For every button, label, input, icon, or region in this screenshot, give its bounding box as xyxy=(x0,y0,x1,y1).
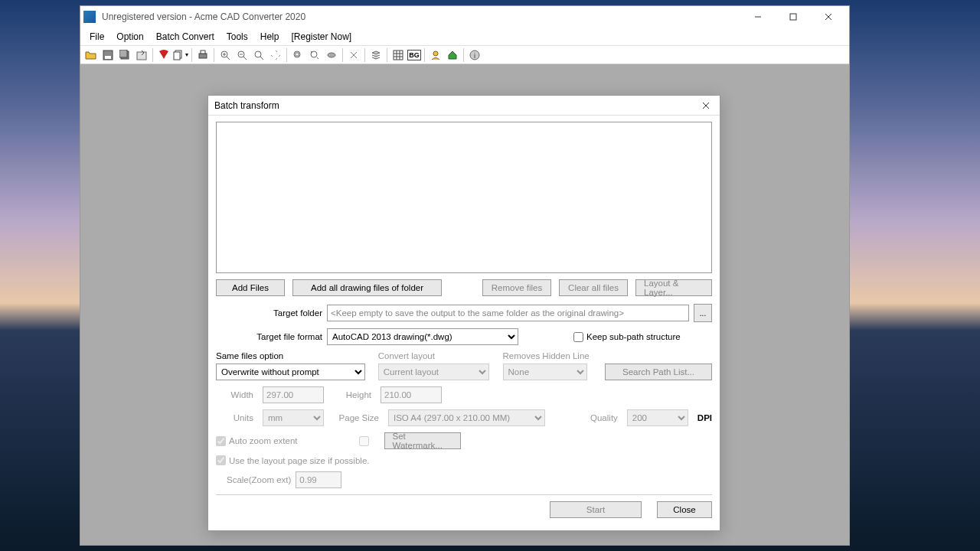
svg-rect-10 xyxy=(174,52,180,60)
browse-button[interactable]: ... xyxy=(694,304,712,322)
height-input xyxy=(381,386,442,403)
add-files-button[interactable]: Add Files xyxy=(216,279,285,296)
dpi-label: DPI xyxy=(697,413,712,422)
convert-layout-select: Current layout xyxy=(378,364,489,380)
svg-rect-1 xyxy=(790,14,796,20)
close-button[interactable]: Close xyxy=(657,501,712,518)
pdf-icon[interactable] xyxy=(156,47,172,63)
convert-layout-label: Convert layout xyxy=(378,351,491,360)
user-icon[interactable] xyxy=(428,47,443,63)
grid-icon[interactable] xyxy=(390,47,406,63)
app-icon xyxy=(83,11,96,23)
scale-input xyxy=(296,471,341,488)
zoom-fit-icon[interactable] xyxy=(251,47,266,63)
close-button[interactable] xyxy=(811,6,846,28)
svg-point-20 xyxy=(255,51,261,57)
target-format-label: Target file format xyxy=(216,332,322,341)
export-icon[interactable] xyxy=(134,47,149,63)
width-label: Width xyxy=(216,390,253,399)
menu-batch-convert[interactable]: Batch Convert xyxy=(150,30,220,44)
start-button[interactable]: Start xyxy=(550,501,642,518)
quality-select: 200 xyxy=(627,409,688,426)
removes-hidden-select: None xyxy=(503,364,587,380)
zoom-in-icon[interactable] xyxy=(217,47,233,63)
dialog-titlebar: Batch transform xyxy=(208,96,720,116)
divider xyxy=(216,494,712,495)
same-files-select[interactable]: Overwrite without prompt xyxy=(216,364,365,380)
separator-icon xyxy=(286,48,287,62)
menu-register[interactable]: [Register Now] xyxy=(285,30,358,44)
menubar: File Option Batch Convert Tools Help [Re… xyxy=(80,28,849,46)
clear-all-button[interactable]: Clear all files xyxy=(559,279,628,296)
titlebar: Unregistered version - Acme CAD Converte… xyxy=(80,6,849,28)
tool-icon[interactable] xyxy=(346,47,361,63)
separator-icon xyxy=(191,48,192,62)
pan-icon[interactable] xyxy=(268,47,283,63)
menu-option[interactable]: Option xyxy=(110,30,149,44)
svg-rect-8 xyxy=(137,52,146,60)
units-label: Units xyxy=(216,413,253,422)
page-size-select: ISO A4 (297.00 x 210.00 MM) xyxy=(388,409,545,426)
separator-icon xyxy=(424,48,425,62)
file-list[interactable] xyxy=(216,122,712,273)
home-icon[interactable] xyxy=(445,47,460,63)
dialog-title: Batch transform xyxy=(214,100,698,111)
separator-icon xyxy=(152,48,153,62)
svg-line-21 xyxy=(260,57,263,60)
width-input xyxy=(263,386,324,403)
target-folder-input[interactable] xyxy=(327,305,689,321)
target-format-select[interactable]: AutoCAD 2013 drawing(*.dwg) xyxy=(327,328,518,345)
svg-rect-5 xyxy=(105,56,111,59)
window-controls xyxy=(740,6,846,28)
dialog-close-button[interactable] xyxy=(698,98,714,113)
remove-files-button[interactable]: Remove files xyxy=(482,279,551,296)
minimize-button[interactable] xyxy=(740,6,776,28)
save-all-icon[interactable] xyxy=(117,47,132,63)
menu-file[interactable]: File xyxy=(83,30,110,44)
layout-layer-button[interactable]: Layout & Layer... xyxy=(635,279,712,296)
copy-icon[interactable]: ▾ xyxy=(173,47,188,63)
set-watermark-button[interactable]: Set Watermark... xyxy=(384,432,461,449)
dialog-body: Add Files Add all drawing files of folde… xyxy=(208,116,720,530)
separator-icon xyxy=(387,48,387,62)
menu-tools[interactable]: Tools xyxy=(220,30,254,44)
window-title: Unregistered version - Acme CAD Converte… xyxy=(102,11,740,22)
svg-rect-23 xyxy=(296,53,299,56)
svg-point-22 xyxy=(294,51,300,57)
add-folder-button[interactable]: Add all drawing files of folder xyxy=(292,279,442,296)
layers-icon[interactable] xyxy=(368,47,384,63)
height-label: Height xyxy=(333,390,371,399)
scale-label: Scale(Zoom ext) xyxy=(227,475,291,484)
target-folder-label: Target folder xyxy=(216,308,322,318)
svg-rect-7 xyxy=(119,50,127,57)
svg-line-14 xyxy=(227,57,230,60)
menu-help[interactable]: Help xyxy=(254,30,286,44)
zoom-window-icon[interactable] xyxy=(290,47,305,63)
app-window: Unregistered version - Acme CAD Converte… xyxy=(80,5,850,546)
separator-icon xyxy=(463,48,464,62)
search-path-button[interactable]: Search Path List... xyxy=(605,364,712,380)
removes-hidden-label: Removes Hidden Line xyxy=(503,351,593,360)
open-icon[interactable] xyxy=(83,47,99,63)
separator-icon xyxy=(364,48,365,62)
workspace: Batch transform Add Files Add all drawin… xyxy=(80,64,849,545)
page-size-label: Page Size xyxy=(333,413,379,422)
file-buttons-row: Add Files Add all drawing files of folde… xyxy=(216,279,712,296)
batch-transform-dialog: Batch transform Add Files Add all drawin… xyxy=(207,95,720,531)
keep-subpath-checkbox[interactable]: Keep sub-path structure xyxy=(573,332,681,342)
bg-icon[interactable]: BG xyxy=(407,50,421,60)
svg-text:i: i xyxy=(474,52,475,60)
info-icon[interactable]: i xyxy=(467,47,482,63)
print-icon[interactable] xyxy=(195,47,211,63)
zoom-out-icon[interactable] xyxy=(234,47,250,63)
save-icon[interactable] xyxy=(100,47,116,63)
maximize-button[interactable] xyxy=(776,6,811,28)
toolbar: ▾ BG i xyxy=(80,46,849,64)
use-layout-page-checkbox: Use the layout page size if possible. xyxy=(216,455,369,465)
svg-line-18 xyxy=(243,57,247,60)
auto-zoom-checkbox: Auto zoom extent xyxy=(216,436,298,446)
caret-icon: ▾ xyxy=(185,51,188,58)
same-files-label: Same files option xyxy=(216,351,366,360)
view3d-icon[interactable] xyxy=(324,47,339,63)
zoom-extents-icon[interactable] xyxy=(307,47,322,63)
